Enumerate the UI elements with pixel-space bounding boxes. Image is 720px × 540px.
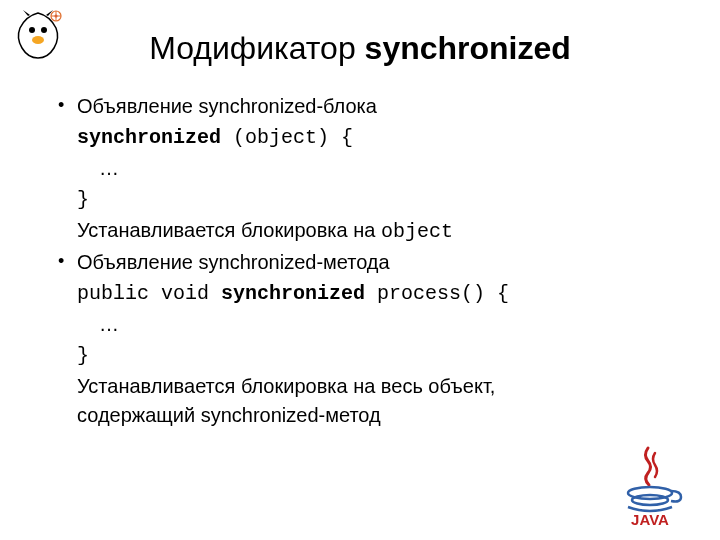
svg-point-0 [29,27,35,33]
java-logo: JAVA [603,443,698,528]
brace-close-2: } [55,341,680,370]
bullet-item-2: Объявление synchronized-метода [55,248,680,277]
code2-prefix: public void [77,282,221,305]
ellipsis-2: … [55,310,680,339]
bullet-list-2: Объявление synchronized-метода [55,248,680,277]
code-line-1: synchronized (object) { [55,123,680,152]
code2-keyword: synchronized [221,282,365,305]
title-bold: synchronized [365,30,571,66]
slide: Модификатор synchronized Объявление sync… [0,0,720,540]
java-logo-text: JAVA [631,511,669,528]
code1-rest: (object) { [221,126,353,149]
svg-point-2 [32,36,44,44]
code2-suffix: process() { [365,282,509,305]
slide-content: Объявление synchronized-блока synchroniz… [40,92,680,430]
lock-text-2: Устанавливается блокировка на весь объек… [55,372,595,430]
lock-text-1: Устанавливается блокировка на object [55,216,680,246]
lock1-prefix: Устанавливается блокировка на [77,219,381,241]
lock1-code: object [381,220,453,243]
svg-point-1 [41,27,47,33]
ellipsis-1: … [55,154,680,183]
code-line-2: public void synchronized process() { [55,279,680,308]
bullet-item-1: Объявление synchronized-блока [55,92,680,121]
bullet-list: Объявление synchronized-блока [55,92,680,121]
slide-title: Модификатор synchronized [40,30,680,67]
code1-keyword: synchronized [77,126,221,149]
brace-close-1: } [55,185,680,214]
title-prefix: Модификатор [149,30,364,66]
mascot-icon [8,8,68,63]
